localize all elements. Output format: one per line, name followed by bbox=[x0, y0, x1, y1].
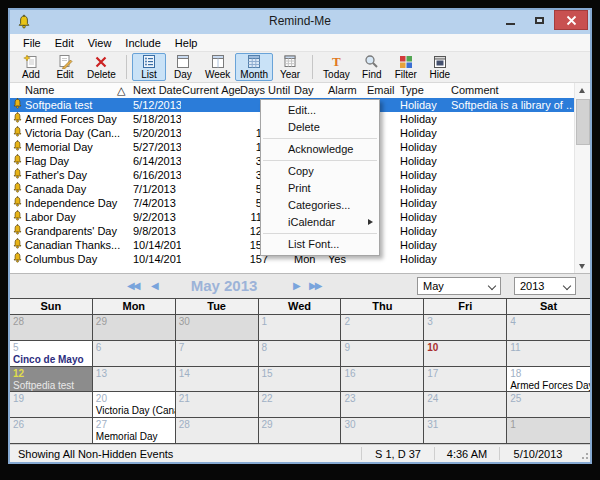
minimize-button[interactable] bbox=[496, 10, 525, 30]
year-button[interactable]: Year bbox=[273, 53, 307, 81]
context-menu-item-acknowledge[interactable]: Acknowledge bbox=[261, 141, 379, 158]
menu-file[interactable]: File bbox=[16, 36, 48, 50]
calendar-first-icon[interactable]: ◀◀ bbox=[127, 280, 138, 291]
column-header-current-age[interactable]: Current Age bbox=[182, 84, 238, 96]
context-menu-item-print[interactable]: Print bbox=[261, 180, 379, 197]
calendar-day-cell[interactable]: 23 bbox=[341, 392, 424, 418]
column-header-email[interactable]: Email bbox=[367, 84, 401, 96]
calendar-day-cell[interactable]: 30 bbox=[341, 418, 424, 444]
calendar-day-number: 28 bbox=[176, 418, 258, 430]
calendar-day-cell[interactable]: 13 bbox=[93, 367, 176, 393]
calendar-day-cell[interactable]: 21 bbox=[176, 392, 259, 418]
calendar-day-cell[interactable]: 16 bbox=[341, 367, 424, 393]
list-header[interactable]: NameNext DateCurrent AgeDays UntilDayAla… bbox=[10, 83, 575, 99]
menu-view[interactable]: View bbox=[81, 36, 119, 50]
sort-ascending-icon: △ bbox=[117, 84, 125, 97]
delete-button[interactable]: Delete bbox=[82, 53, 121, 81]
bell-icon bbox=[12, 168, 23, 180]
calendar-day-cell[interactable]: 10 bbox=[424, 341, 507, 367]
day-button[interactable]: Day bbox=[166, 53, 200, 81]
calendar-day-cell[interactable]: 5Cinco de Mayo bbox=[10, 341, 93, 367]
calendar-day-cell[interactable]: 22 bbox=[259, 392, 342, 418]
calendar-day-cell[interactable]: 9 bbox=[341, 341, 424, 367]
calendar-day-number: 19 bbox=[10, 392, 92, 404]
calendar-day-cell[interactable]: 29 bbox=[259, 418, 342, 444]
calendar-day-cell[interactable]: 17 bbox=[424, 367, 507, 393]
calendar-day-cell[interactable]: 4 bbox=[507, 315, 590, 341]
column-header-comment[interactable]: Comment bbox=[451, 84, 573, 96]
calendar-day-cell[interactable]: 28 bbox=[10, 315, 93, 341]
toolbar-button-label: Add bbox=[22, 69, 40, 80]
calendar-day-cell[interactable]: 3 bbox=[424, 315, 507, 341]
calendar-day-cell[interactable]: 28 bbox=[176, 418, 259, 444]
today-button[interactable]: TToday bbox=[318, 53, 355, 81]
context-menu-item-delete[interactable]: Delete bbox=[261, 119, 379, 136]
context-menu-item-copy[interactable]: Copy bbox=[261, 163, 379, 180]
month-dropdown[interactable]: May bbox=[417, 277, 501, 295]
calendar-day-number: 12 bbox=[10, 367, 92, 379]
list-scrollbar[interactable] bbox=[574, 83, 590, 273]
calendar-prev-icon[interactable]: ◀ bbox=[151, 280, 157, 291]
calendar-day-cell[interactable]: 30 bbox=[176, 315, 259, 341]
year-dropdown[interactable]: 2013 bbox=[514, 277, 576, 295]
scrollbar-thumb[interactable] bbox=[576, 99, 590, 145]
column-header-alarm[interactable]: Alarm bbox=[328, 84, 366, 96]
calendar-day-number: 8 bbox=[259, 341, 341, 353]
column-header-type[interactable]: Type bbox=[400, 84, 450, 96]
context-menu-item-icalendar[interactable]: iCalendar bbox=[261, 214, 379, 231]
find-button[interactable]: Find bbox=[355, 53, 389, 81]
calendar-day-cell[interactable]: 27Memorial Day bbox=[93, 418, 176, 444]
day-icon bbox=[175, 54, 191, 69]
close-button[interactable] bbox=[554, 10, 588, 30]
calendar-last-icon[interactable]: ▶▶ bbox=[309, 280, 320, 291]
calendar-day-cell[interactable]: 1 bbox=[259, 315, 342, 341]
calendar-day-cell[interactable]: 31 bbox=[424, 418, 507, 444]
scroll-up-icon[interactable] bbox=[575, 83, 590, 97]
filter-button[interactable]: Filter bbox=[389, 53, 423, 81]
calendar-day-cell[interactable]: 7 bbox=[176, 341, 259, 367]
calendar-day-cell[interactable]: 26 bbox=[10, 418, 93, 444]
resize-grip[interactable] bbox=[576, 447, 590, 461]
list-button[interactable]: List bbox=[132, 53, 166, 81]
maximize-button[interactable] bbox=[525, 10, 554, 30]
calendar-day-cell[interactable]: 25 bbox=[507, 392, 590, 418]
column-header-name[interactable]: Name bbox=[25, 84, 129, 96]
context-menu-item-edit[interactable]: Edit... bbox=[261, 102, 379, 119]
cell-name: Flag Day bbox=[25, 154, 129, 168]
column-header-next-date[interactable]: Next Date bbox=[133, 84, 181, 96]
menu-edit[interactable]: Edit bbox=[48, 36, 81, 50]
calendar-day-cell[interactable]: 24 bbox=[424, 392, 507, 418]
calendar-day-cell[interactable]: 29 bbox=[93, 315, 176, 341]
calendar-day-number: 27 bbox=[93, 418, 175, 430]
calendar-day-cell[interactable]: 11 bbox=[507, 341, 590, 367]
day-header-tue: Tue bbox=[176, 299, 259, 314]
calendar-day-number: 30 bbox=[341, 418, 423, 430]
calendar-day-cell[interactable]: 12Softpedia test bbox=[10, 367, 93, 393]
calendar-day-cell[interactable]: 14 bbox=[176, 367, 259, 393]
add-button[interactable]: Add bbox=[14, 53, 48, 81]
calendar-title: May 2013 bbox=[160, 277, 288, 294]
calendar-day-cell[interactable]: 8 bbox=[259, 341, 342, 367]
month-button[interactable]: Month bbox=[235, 53, 273, 81]
calendar-day-cell[interactable]: 2 bbox=[341, 315, 424, 341]
menu-help[interactable]: Help bbox=[168, 36, 205, 50]
cell-type: Holiday bbox=[400, 196, 450, 210]
week-button[interactable]: Week bbox=[200, 53, 235, 81]
calendar-day-cell[interactable]: 18Armed Forces Day bbox=[507, 367, 590, 393]
context-menu-item-list-font[interactable]: List Font... bbox=[261, 236, 379, 253]
hide-button[interactable]: Hide bbox=[423, 53, 457, 81]
menu-include[interactable]: Include bbox=[118, 36, 167, 50]
calendar-day-cell[interactable]: 19 bbox=[10, 392, 93, 418]
context-menu-item-categories[interactable]: Categories... bbox=[261, 197, 379, 214]
calendar-day-cell[interactable]: 15 bbox=[259, 367, 342, 393]
column-header-days-until[interactable]: Days Until bbox=[240, 84, 292, 96]
cell-type: Holiday bbox=[400, 168, 450, 182]
calendar-day-cell[interactable]: 6 bbox=[93, 341, 176, 367]
calendar-day-cell[interactable]: 20Victoria Day (Cana... bbox=[93, 392, 176, 418]
edit-button[interactable]: Edit bbox=[48, 53, 82, 81]
calendar-day-cell[interactable]: 1 bbox=[507, 418, 590, 444]
column-header-day[interactable]: Day bbox=[294, 84, 328, 96]
calendar-next-icon[interactable]: ▶ bbox=[293, 280, 299, 291]
scroll-down-icon[interactable] bbox=[575, 259, 590, 273]
calendar-event-label: Softpedia test bbox=[10, 380, 92, 391]
